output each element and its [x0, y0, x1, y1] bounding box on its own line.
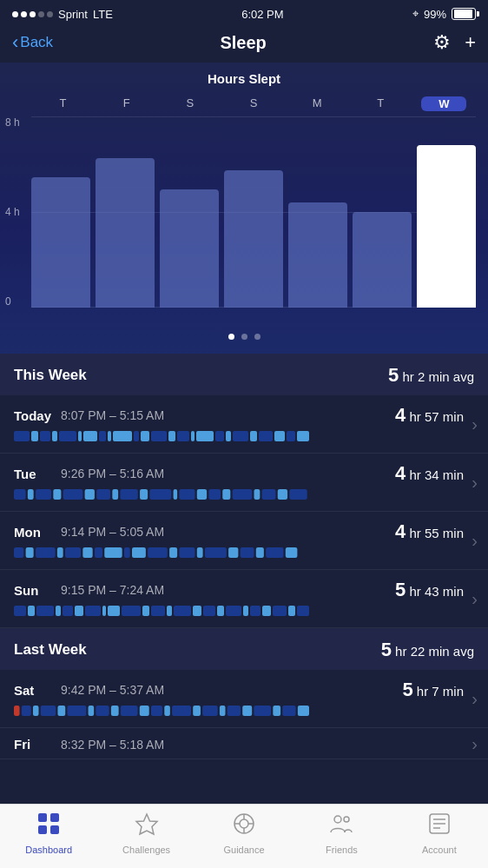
- svg-rect-21: [259, 431, 273, 441]
- signal-dot-3: [30, 11, 36, 17]
- svg-rect-75: [122, 606, 141, 616]
- sleep-entry-sun-dur: 5 hr 43 min: [395, 579, 464, 601]
- nav-challenges[interactable]: Challenges: [97, 812, 195, 855]
- dot-1: [241, 334, 247, 340]
- sleep-entry-sat-day: Sat: [14, 683, 57, 698]
- nav-guidance[interactable]: Guidance: [195, 812, 293, 855]
- sleep-entry-today-row: Today 8:07 PM – 5:15 AM 4 hr 57 min ›: [14, 404, 474, 427]
- sleep-entry-today-bar: [14, 430, 474, 446]
- chevron-right-icon-sun: ›: [472, 589, 478, 609]
- challenges-icon: [135, 812, 159, 842]
- sleep-entry-today-dur: 4 hr 57 min: [395, 404, 464, 427]
- svg-rect-84: [243, 606, 248, 616]
- sleep-entry-tue-row: Tue 9:26 PM – 5:16 AM 4 hr 34 min ›: [14, 462, 474, 485]
- svg-rect-1: [31, 431, 38, 441]
- svg-rect-107: [228, 706, 241, 716]
- svg-point-119: [240, 819, 248, 828]
- sleep-entry-mon[interactable]: Mon 9:14 PM – 5:05 AM 4 hr 55 min ›: [0, 512, 488, 570]
- chart-day-1: F: [104, 96, 149, 111]
- sleep-entry-fri-time: 8:32 PM – 5:18 AM: [57, 738, 464, 752]
- svg-rect-35: [149, 489, 171, 500]
- time-label: 6:02 PM: [241, 8, 283, 21]
- svg-rect-115: [38, 825, 47, 834]
- sleep-entry-tue-day: Tue: [14, 467, 57, 481]
- svg-rect-20: [250, 431, 257, 441]
- last-week-label: Last Week: [14, 641, 87, 659]
- svg-rect-7: [99, 431, 106, 441]
- svg-rect-110: [273, 706, 280, 716]
- svg-point-125: [344, 817, 349, 822]
- back-button[interactable]: ‹ Back: [12, 33, 53, 52]
- svg-rect-23: [287, 431, 295, 441]
- svg-rect-43: [262, 489, 276, 500]
- chevron-left-icon: ‹: [12, 33, 18, 52]
- svg-rect-73: [102, 606, 106, 616]
- signal-dot-1: [12, 11, 18, 17]
- svg-rect-52: [95, 547, 102, 558]
- status-right: ⌖ 99%: [412, 7, 476, 21]
- sleep-entry-fri[interactable]: Fri 8:32 PM – 5:18 AM ›: [0, 728, 488, 759]
- sleep-entry-today-time: 8:07 PM – 5:15 AM: [57, 408, 395, 422]
- sleep-entry-mon-bar: [14, 547, 474, 562]
- svg-rect-55: [132, 547, 146, 558]
- nav-account[interactable]: Account: [391, 812, 488, 855]
- svg-rect-95: [67, 706, 86, 716]
- svg-rect-101: [151, 706, 162, 716]
- sleep-entry-sun-time: 9:15 PM – 7:24 AM: [57, 583, 395, 597]
- svg-marker-117: [136, 814, 157, 834]
- svg-rect-105: [202, 706, 218, 716]
- sleep-entry-sun-bar: [14, 605, 474, 620]
- bluetooth-icon: ⌖: [412, 7, 419, 21]
- bar-2: [160, 189, 219, 308]
- sleep-entry-sat-bar: [14, 705, 474, 720]
- svg-rect-96: [89, 706, 95, 716]
- svg-rect-17: [215, 431, 224, 441]
- nav-dashboard[interactable]: Dashboard: [0, 812, 97, 855]
- sleep-entry-sun-day: Sun: [14, 583, 57, 598]
- nav-challenges-label: Challenges: [122, 845, 170, 855]
- nav-friends-label: Friends: [326, 845, 358, 855]
- svg-rect-106: [220, 706, 226, 716]
- y-label-0: 0: [5, 295, 20, 308]
- chart-pagination: [0, 334, 488, 340]
- dot-2: [254, 334, 260, 340]
- svg-rect-58: [179, 547, 195, 558]
- svg-rect-34: [140, 489, 148, 500]
- svg-rect-57: [169, 547, 177, 558]
- chevron-right-icon-mon: ›: [472, 531, 478, 551]
- sleep-entry-today[interactable]: Today 8:07 PM – 5:15 AM 4 hr 57 min ›: [0, 395, 488, 454]
- add-button[interactable]: +: [465, 31, 476, 54]
- nav-guidance-label: Guidance: [223, 845, 264, 855]
- svg-rect-109: [254, 706, 271, 716]
- svg-rect-61: [228, 547, 238, 558]
- svg-rect-31: [96, 489, 110, 500]
- sleep-entry-sun[interactable]: Sun 9:15 PM – 7:24 AM 5 hr 43 min ›: [0, 570, 488, 628]
- chart-area: 8 h 4 h 0: [0, 116, 488, 325]
- this-week-label: This Week: [14, 367, 87, 384]
- sleep-entry-mon-row: Mon 9:14 PM – 5:05 AM 4 hr 55 min ›: [14, 520, 474, 543]
- chart-day-4: M: [294, 96, 340, 111]
- svg-rect-62: [241, 547, 254, 558]
- y-label-4h: 4 h: [5, 206, 20, 218]
- settings-button[interactable]: ⚙: [433, 31, 451, 54]
- svg-rect-46: [14, 547, 23, 558]
- sleep-entry-sat[interactable]: Sat 9:42 PM – 5:37 AM 5 hr 7 min ›: [0, 670, 488, 728]
- chart-y-labels: 8 h 4 h 0: [5, 116, 20, 325]
- nav-friends[interactable]: Friends: [293, 812, 390, 855]
- svg-rect-32: [112, 489, 118, 500]
- sleep-entry-tue[interactable]: Tue 9:26 PM – 5:16 AM 4 hr 34 min ›: [0, 454, 488, 512]
- svg-rect-9: [113, 431, 132, 441]
- svg-rect-68: [36, 606, 54, 616]
- chart-day-2: S: [168, 96, 213, 111]
- account-icon: [427, 812, 452, 842]
- svg-rect-76: [142, 606, 149, 616]
- dashboard-icon: [36, 812, 61, 842]
- status-left: Sprint LTE: [12, 8, 113, 21]
- last-week-avg-big: 5: [381, 639, 392, 660]
- bar-4: [288, 202, 347, 308]
- svg-rect-27: [36, 489, 51, 500]
- svg-rect-69: [56, 606, 61, 616]
- svg-rect-63: [256, 547, 264, 558]
- svg-rect-51: [82, 547, 92, 558]
- bar-1: [96, 158, 155, 308]
